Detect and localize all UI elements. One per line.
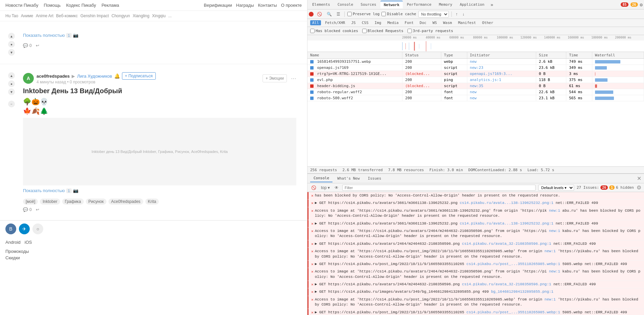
tab-console[interactable]: Console	[334, 1, 356, 8]
disable-cache-input[interactable]	[381, 12, 386, 16]
community-2[interactable]: Лига Художников	[77, 74, 112, 79]
filter-manifest[interactable]: Manifest	[456, 20, 478, 25]
tab-elements[interactable]: Elements	[309, 1, 333, 8]
table-row[interactable]: rtrg?p=VK-RTRG-1217519-1X1GE... (blocked…	[307, 71, 644, 77]
tag-more[interactable]: ...	[168, 14, 172, 18]
table-row[interactable]: 1658145499393157751.webp 200 webp new 2.…	[307, 59, 644, 65]
tag-anime[interactable]: Аниме	[21, 14, 33, 18]
btag-krita[interactable]: Krita	[145, 199, 159, 205]
comment-btn-1[interactable]: 💬 0	[23, 43, 32, 48]
preserve-log-input[interactable]	[347, 12, 352, 16]
filter-css[interactable]: CSS	[360, 20, 371, 25]
console-context-btn[interactable]: top ▾	[320, 185, 331, 190]
console-msg-link[interactable]: cs14.pikabu.ru/post_...355110265985.webp…	[467, 310, 560, 314]
filter-js[interactable]: JS	[349, 20, 357, 25]
col-type[interactable]: Type	[441, 52, 467, 59]
col-status[interactable]: Status	[402, 52, 441, 59]
record-btn[interactable]	[309, 12, 314, 17]
vote-down-1[interactable]: ▼	[8, 49, 15, 56]
import-btn[interactable]: ↑	[454, 11, 459, 17]
console-msg-link[interactable]: cs14.pikabu.ru/avata_32-2108350596.png:1	[462, 242, 551, 246]
console-msg-link[interactable]: cs14.pikabu.ru/post_...355110265985.webp…	[467, 262, 560, 266]
btag-ace[interactable]: Ace0fredspades	[108, 199, 143, 205]
tab-sources[interactable]: Sources	[357, 1, 379, 8]
filter-media[interactable]: Media	[385, 20, 400, 25]
table-row[interactable]: header-bidding.js (blocked... script new…	[307, 83, 644, 89]
nav-about[interactable]: О проекте	[281, 3, 302, 8]
filter-doc[interactable]: Doc	[418, 20, 428, 25]
third-party-input[interactable]	[407, 29, 412, 33]
vk-icon[interactable]: В	[5, 224, 16, 234]
show-full-2[interactable]: Показать полностью 1 📷	[23, 188, 78, 193]
tag-anime-art[interactable]: Anime Art	[36, 14, 53, 18]
preserve-log-checkbox[interactable]: Preserve log	[347, 12, 379, 16]
col-size[interactable]: Size	[536, 52, 566, 59]
tag-webcomic[interactable]: Веб-комикс	[56, 14, 78, 18]
throttling-select[interactable]: No throttling	[418, 11, 449, 18]
author-name-2[interactable]: ace0fredspades	[36, 74, 70, 79]
console-eye-btn[interactable]: 👁	[333, 185, 340, 190]
discounts-link[interactable]: Скидки	[5, 255, 302, 260]
col-waterfall[interactable]: Waterfall	[592, 52, 644, 59]
tag-genshin[interactable]: Genshin Impact	[80, 14, 109, 18]
console-msg-link[interactable]: new:1	[549, 229, 560, 233]
btag-inktober[interactable]: Inktober	[40, 199, 60, 205]
tag-hu-tao[interactable]: Hu Tao	[5, 14, 18, 18]
nav-awards[interactable]: Награды	[236, 3, 254, 8]
table-row[interactable]: roboto-regular.woff2 200 font new 22.6 k…	[307, 89, 644, 95]
console-msg-link[interactable]: cs14.pikabu.ru/avata_32-2108350596.png:1	[462, 282, 551, 286]
nav-ads[interactable]: Реклама	[101, 3, 119, 8]
console-filter-input[interactable]	[342, 185, 536, 191]
telegram-icon[interactable]: ✈	[19, 224, 30, 234]
vote-down-2[interactable]: ▼	[8, 88, 15, 95]
console-tab-issues[interactable]: Issues	[365, 175, 385, 182]
console-tab-console[interactable]: Console	[310, 175, 332, 182]
network-table-container[interactable]: Name Status Type Initiator Size Time Wat…	[307, 52, 644, 166]
tag-xingqiu[interactable]: Xingqiu	[152, 14, 166, 18]
filter-font[interactable]: Font	[403, 20, 416, 25]
minus-btn-2[interactable]: −	[8, 101, 15, 107]
console-msg-link[interactable]: new:1	[545, 249, 556, 253]
blocked-requests-input[interactable]	[362, 29, 367, 33]
vote-up-1[interactable]: ▲	[8, 33, 15, 40]
post-menu-2[interactable]: ⋯	[291, 75, 296, 82]
show-full-1[interactable]: Показать полностью 1 📷	[23, 33, 78, 38]
console-msg-link[interactable]: new:1	[549, 269, 560, 273]
filter-fetch-xhr[interactable]: Fetch/XHR	[323, 20, 347, 25]
filter-ws[interactable]: WS	[430, 20, 439, 25]
vote-up-2[interactable]: ▲	[8, 72, 15, 79]
other-social-icon[interactable]: ○	[32, 224, 43, 234]
tab-performance[interactable]: Performance	[403, 1, 435, 8]
emoji-btn-2[interactable]: + Эмоции	[263, 74, 287, 82]
filter-all[interactable]: All	[310, 20, 321, 25]
console-msg-link[interactable]: cs14.pikabu.ru/avata...138-139625232.png…	[460, 201, 553, 205]
search-btn[interactable]: 🔍	[325, 11, 333, 17]
btag-moe[interactable]: [моё]	[23, 199, 38, 205]
console-tab-whatsnew[interactable]: What's New	[334, 175, 363, 182]
filter-wasm[interactable]: Wasm	[441, 20, 454, 25]
tab-network[interactable]: Network	[380, 1, 403, 8]
export-btn[interactable]: ↓	[461, 11, 466, 17]
has-blocked-checkbox[interactable]: Has blocked cookies	[310, 29, 358, 33]
subscribe-btn-2[interactable]: + Подписаться	[122, 72, 156, 80]
nav-code[interactable]: Кодекс Пикабу	[66, 3, 96, 8]
console-msg-link[interactable]: bg_1646812984132895855.png:1	[491, 290, 553, 294]
table-row[interactable]: evl.php 200 ping analytics.js:1 118 B 37…	[307, 77, 644, 83]
filter-other[interactable]: Other	[480, 20, 495, 25]
third-party-checkbox[interactable]: 3rd-party requests	[407, 29, 453, 33]
has-blocked-input[interactable]	[310, 29, 315, 33]
vote-neutral-2[interactable]: ●	[8, 80, 15, 87]
tab-memory[interactable]: Memory	[436, 1, 456, 8]
nav-help[interactable]: Помощь	[44, 3, 60, 8]
col-initiator[interactable]: Initiator	[467, 52, 536, 59]
col-name[interactable]: Name	[307, 52, 402, 59]
console-messages[interactable]: ✕has been blocked by CORS policy: No 'Ac…	[307, 192, 644, 315]
blocked-requests-checkbox[interactable]: Blocked Requests	[362, 29, 403, 33]
share-btn-1[interactable]: ↩	[36, 43, 39, 48]
console-clear-btn[interactable]: 🚫	[310, 185, 317, 190]
console-msg-link[interactable]: new:1	[545, 297, 556, 301]
console-msg-link[interactable]: cs14.pikabu.ru/avata...138-139625232.png…	[460, 221, 553, 226]
btag-risunok[interactable]: Рисунок	[86, 199, 106, 205]
nav-verify[interactable]: Верификации	[204, 3, 232, 8]
share-btn-2[interactable]: ↩	[36, 207, 39, 212]
